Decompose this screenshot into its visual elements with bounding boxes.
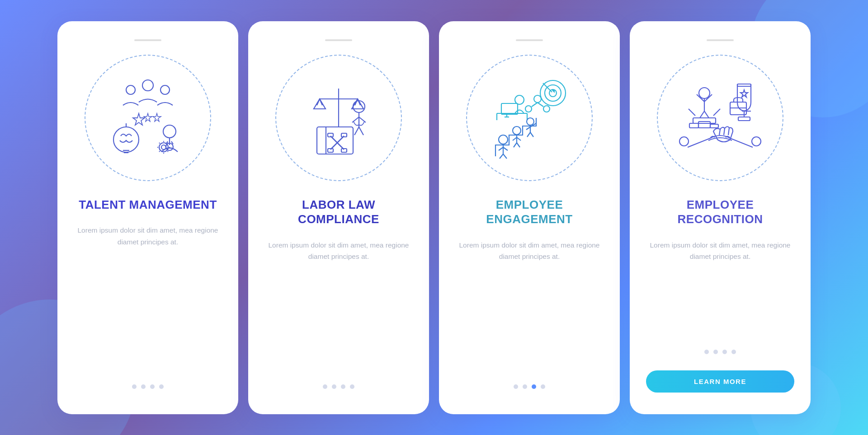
svg-line-65 <box>500 154 503 159</box>
svg-line-35 <box>359 127 363 135</box>
employee-recognition-title: EMPLOYEE RECOGNITION <box>646 197 794 227</box>
svg-line-59 <box>532 103 538 107</box>
dot-2 <box>523 384 527 389</box>
svg-point-85 <box>699 88 710 98</box>
dot-3-active <box>532 384 536 389</box>
employee-recognition-dots <box>704 350 736 354</box>
dot-4 <box>731 350 736 354</box>
svg-point-57 <box>525 106 532 112</box>
dot-4 <box>350 384 354 389</box>
dot-3 <box>722 350 727 354</box>
employee-engagement-desc: Lorem ipsum dolor sit dim amet, mea regi… <box>455 239 604 370</box>
card-indicator <box>516 39 543 41</box>
svg-point-1 <box>126 85 135 94</box>
labor-law-desc: Lorem ipsum dolor sit dim amet, mea regi… <box>264 239 413 370</box>
svg-line-63 <box>499 147 503 150</box>
svg-marker-82 <box>741 90 748 97</box>
svg-line-34 <box>354 127 359 135</box>
card-indicator <box>134 39 161 41</box>
svg-point-99 <box>679 137 689 146</box>
svg-line-17 <box>168 151 169 152</box>
svg-line-64 <box>503 147 508 150</box>
employee-engagement-icon <box>480 68 579 168</box>
svg-marker-3 <box>133 113 145 125</box>
svg-line-66 <box>503 154 507 159</box>
cards-container: TALENT MANAGEMENT Lorem ipsum dolor sit … <box>30 3 838 432</box>
card-employee-recognition: EMPLOYEE RECOGNITION Lorem ipsum dolor s… <box>630 21 811 414</box>
svg-line-101 <box>719 129 720 135</box>
svg-point-100 <box>752 137 761 146</box>
employee-engagement-icon-circle <box>466 55 593 181</box>
card-labor-law: LABOR LAW COMPLIANCE Lorem ipsum dolor s… <box>248 21 429 414</box>
svg-rect-91 <box>693 118 716 123</box>
svg-line-69 <box>513 137 517 140</box>
card-indicator <box>707 39 734 41</box>
employee-recognition-desc: Lorem ipsum dolor sit dim amet, mea regi… <box>646 239 794 335</box>
svg-line-77 <box>527 132 530 137</box>
labor-law-dots <box>323 384 354 389</box>
svg-point-61 <box>499 135 508 144</box>
svg-line-96 <box>713 109 720 116</box>
card-indicator <box>325 39 352 41</box>
svg-line-32 <box>352 117 359 122</box>
learn-more-button[interactable]: LEARN MORE <box>646 370 794 393</box>
employee-recognition-icon-circle <box>657 55 783 181</box>
svg-line-95 <box>689 109 695 116</box>
svg-point-67 <box>513 126 521 135</box>
svg-rect-93 <box>698 122 710 128</box>
talent-management-title: TALENT MANAGEMENT <box>79 197 217 212</box>
svg-marker-4 <box>144 113 152 122</box>
dot-3 <box>341 384 345 389</box>
card-employee-engagement: EMPLOYEE ENGAGEMENT Lorem ipsum dolor si… <box>439 21 620 414</box>
dot-4 <box>159 384 164 389</box>
employee-recognition-icon <box>670 68 770 168</box>
svg-line-97 <box>688 138 710 147</box>
employee-engagement-dots <box>514 384 545 389</box>
svg-line-71 <box>514 143 517 147</box>
svg-point-6 <box>113 127 139 152</box>
labor-law-title: LABOR LAW COMPLIANCE <box>264 197 413 227</box>
svg-rect-81 <box>738 117 750 121</box>
svg-line-47 <box>543 83 552 92</box>
card-talent-management: TALENT MANAGEMENT Lorem ipsum dolor sit … <box>57 21 238 414</box>
svg-point-58 <box>543 106 550 112</box>
svg-rect-92 <box>689 123 698 128</box>
dot-2 <box>332 384 336 389</box>
svg-line-60 <box>538 103 543 107</box>
svg-line-90 <box>704 111 709 118</box>
svg-line-98 <box>730 138 753 147</box>
svg-point-73 <box>527 118 534 125</box>
talent-management-desc: Lorem ipsum dolor sit dim amet, mea regi… <box>74 225 222 370</box>
svg-point-9 <box>163 125 176 138</box>
svg-line-103 <box>728 128 729 135</box>
dot-4 <box>541 384 545 389</box>
svg-point-0 <box>142 80 153 91</box>
labor-law-icon <box>289 68 388 168</box>
dot-1 <box>132 384 137 389</box>
svg-marker-5 <box>153 113 161 122</box>
svg-point-56 <box>534 95 541 103</box>
svg-line-102 <box>724 128 725 135</box>
svg-line-72 <box>517 143 520 147</box>
talent-management-icon-circle <box>85 55 211 181</box>
svg-line-75 <box>526 127 530 130</box>
dot-3 <box>150 384 155 389</box>
svg-rect-94 <box>710 124 718 128</box>
svg-point-2 <box>160 85 170 94</box>
svg-line-70 <box>517 137 521 140</box>
svg-line-18 <box>159 151 160 152</box>
svg-line-78 <box>530 132 533 137</box>
svg-line-16 <box>159 143 160 144</box>
svg-line-33 <box>359 117 366 122</box>
svg-rect-79 <box>737 84 751 86</box>
dot-1 <box>514 384 518 389</box>
dot-2 <box>713 350 718 354</box>
labor-law-icon-circle <box>275 55 402 181</box>
talent-management-icon <box>98 68 198 168</box>
dot-2 <box>141 384 146 389</box>
employee-engagement-title: EMPLOYEE ENGAGEMENT <box>455 197 604 227</box>
talent-management-dots <box>132 384 164 389</box>
svg-point-11 <box>161 145 166 150</box>
svg-line-89 <box>700 111 704 118</box>
dot-1 <box>323 384 327 389</box>
